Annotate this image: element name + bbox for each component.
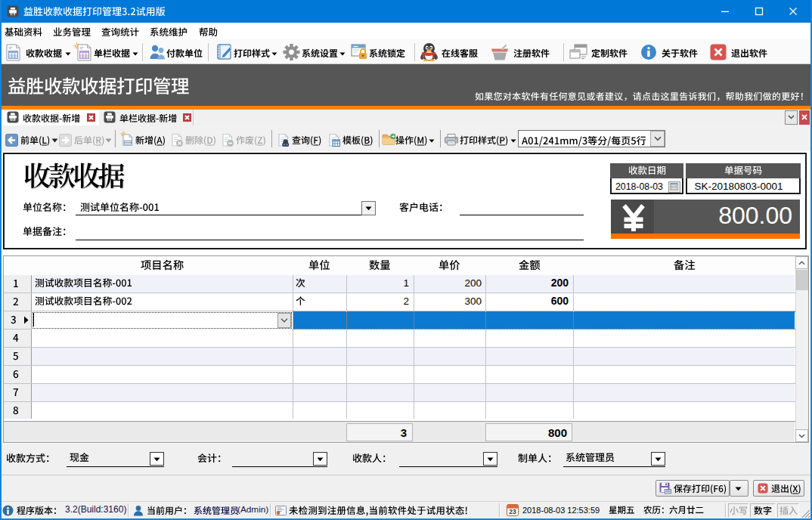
- svg-text:23: 23: [509, 508, 516, 515]
